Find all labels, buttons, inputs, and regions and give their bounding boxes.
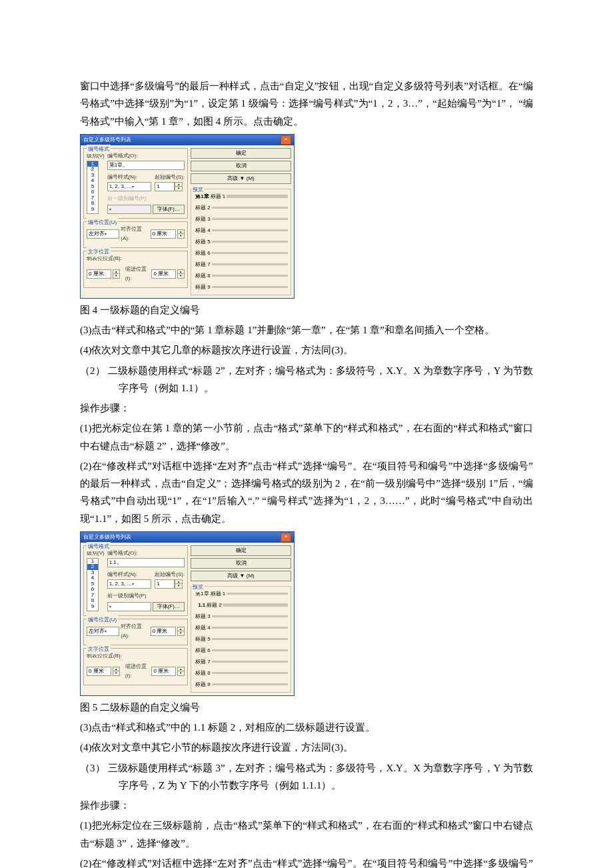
paragraph: (4)依次对文章中其它小节的标题按次序进行设置，方法同(3)。 (80, 739, 533, 756)
cancel-button[interactable]: 取消 (191, 558, 291, 569)
preview-item: 标题 3 (195, 612, 211, 621)
close-icon[interactable]: × (281, 533, 291, 542)
customize-multilevel-list-dialog-fig5: 自定义多级符号列表 × 编号格式 级别(V) 1 2 3456789 (80, 531, 295, 696)
spin-buttons[interactable]: ▴▾ (177, 229, 185, 239)
advanced-button[interactable]: 高级 ▼ (M) (191, 571, 291, 581)
prevlevel-label: 前一级别编号(P) (107, 194, 185, 203)
indent-label: 缩进位置(I): (125, 662, 151, 681)
level-listbox[interactable]: 1 2 3456789 (87, 558, 99, 611)
paragraph: (2)在“修改样式”对话框中选择“左对齐”点击“样式”选择“编号”。在“项目符号… (80, 855, 533, 868)
number-style-select[interactable]: 1, 2, 3, … (107, 579, 151, 589)
number-format-group: 编号格式 级别(V) 1 2 3456789 编号格式(O): (83, 545, 188, 616)
start-at-input[interactable]: 1 (155, 579, 175, 589)
spin-buttons[interactable]: ▴▾ (175, 579, 183, 589)
preview-item: 标题 9 (195, 680, 211, 689)
spin-buttons[interactable]: ▴▾ (113, 269, 120, 279)
item-2: （2） 二级标题使用样式“标题 2”，左对齐；编号格式为：多级符号，X.Y。X … (80, 362, 533, 397)
preview-item: 标题 1 (211, 589, 226, 599)
align-position-input[interactable]: 0 厘米 (151, 229, 176, 239)
tabstop-input[interactable]: 0 厘米 (87, 269, 111, 279)
numstyle-label: 编号样式(N): (107, 173, 154, 182)
text-position-group: 文字位置 制表位位置(B): 0 厘米 ▴▾ 缩进位置(I): 0 厘米 ▴▾ (83, 648, 188, 685)
preview-item: 标题 8 (195, 669, 211, 678)
document-page: 窗口中选择“多级编号”的最后一种样式，点击“自定义”按钮，出现“自定义多级符号列… (0, 0, 613, 868)
spin-buttons[interactable]: ▴▾ (113, 667, 120, 676)
preview-item: 标题 6 (195, 646, 211, 655)
group-label: 编号格式 (87, 145, 111, 154)
preview-item: 标题 5 (195, 635, 211, 644)
number-format-group: 编号格式 级别(V) 1 23456789 编号格式(O): 第1章。 (83, 148, 188, 219)
group-label: 文字位置 (87, 247, 111, 257)
preview-item: 标题 3 (195, 215, 211, 224)
preview-label: 预览 (191, 185, 205, 195)
item-3: （3） 三级标题使用样式“标题 3”，左对齐；编号格式为：多级符号，X.Y。X … (80, 759, 533, 795)
preview-item: 标题 2 (207, 601, 222, 610)
dialog-title: 自定义多级符号列表 (83, 532, 131, 543)
paragraph: (1)把光标定位在第 1 章的第一小节前，点击“格式”菜单下的“样式和格式”，在… (80, 419, 533, 455)
group-label: 文字位置 (87, 645, 111, 654)
steps-heading: 操作步骤： (80, 797, 533, 814)
preview-item: 标题 2 (195, 203, 211, 213)
preview-item: 标题 4 (195, 623, 211, 633)
figure-caption-5: 图 5 二级标题的自定义编号 (80, 699, 533, 716)
dialog-title: 自定义多级符号列表 (83, 135, 131, 145)
customize-multilevel-list-dialog-fig4: 自定义多级符号列表 × 编号格式 级别(V) 1 23456789 (80, 134, 295, 299)
paragraph: (1)把光标定位在三级标题前，点击“格式”菜单下的“样式和格式”，在右面的“样式… (80, 817, 533, 852)
ok-button[interactable]: 确定 (191, 148, 291, 159)
indent-input[interactable]: 0 厘米 (151, 667, 176, 676)
paragraph: (3)点击“样式和格式”中的“第 1 章标题 1”并删除“第一章”，在“第 1 … (80, 321, 533, 339)
paragraph: 窗口中选择“多级编号”的最后一种样式，点击“自定义”按钮，出现“自定义多级符号列… (80, 77, 533, 130)
preview-item: 标题 1 (211, 192, 226, 201)
advanced-button[interactable]: 高级 ▼ (M) (191, 173, 291, 184)
font-button[interactable]: 字体(F)… (153, 205, 185, 214)
preview-label: 预览 (191, 583, 205, 592)
tabstop-input[interactable]: 0 厘米 (87, 667, 111, 676)
paragraph: (3)点击“样式和格式”中的 1.1 标题 2，对相应的二级标题进行设置。 (80, 719, 533, 736)
level-listbox[interactable]: 1 23456789 (87, 161, 99, 214)
close-icon[interactable]: × (281, 135, 291, 145)
ok-button[interactable]: 确定 (191, 545, 291, 556)
preview-item: 1.1 (198, 601, 205, 610)
alignpos-label: 对齐位置(A): (121, 225, 149, 243)
preview-pane: 预览 第1章标题 1 1.1标题 2 标题 3 标题 4 标题 5 标题 6 标… (191, 586, 291, 693)
font-button[interactable]: 字体(F)… (153, 602, 185, 611)
spin-buttons[interactable]: ▴▾ (175, 182, 183, 191)
startat-label: 起始编号(S): (155, 570, 185, 579)
group-label: 编号格式 (87, 542, 111, 551)
prevlevel-select[interactable] (107, 602, 151, 611)
indent-label: 缩进位置(I): (125, 265, 151, 283)
align-position-input[interactable]: 0 厘米 (151, 627, 176, 636)
dialog-titlebar: 自定义多级符号列表 × (81, 532, 294, 543)
cancel-button[interactable]: 取消 (191, 161, 291, 171)
preview-item: 标题 5 (195, 237, 211, 247)
group-label: 编号位置(U) (87, 218, 118, 227)
preview-item: 标题 7 (195, 260, 211, 269)
prevlevel-select (107, 205, 151, 214)
preview-item: 标题 7 (195, 657, 211, 667)
number-format-input[interactable]: 1.1。 (107, 558, 185, 567)
number-style-select[interactable]: 1, 2, 3, … (107, 182, 151, 191)
preview-item: 标题 8 (195, 271, 211, 281)
number-position-group: 编号位置(U) 左对齐 对齐位置(A): 0 厘米 ▴▾ (83, 221, 188, 248)
spin-buttons[interactable]: ▴▾ (177, 667, 185, 676)
spin-buttons[interactable]: ▴▾ (177, 269, 185, 279)
spin-buttons[interactable]: ▴▾ (177, 627, 185, 636)
start-at-input[interactable]: 1 (155, 182, 175, 191)
numstyle-label: 编号样式(N): (107, 570, 154, 579)
text-position-group: 文字位置 制表位位置(B): 0 厘米 ▴▾ 缩进位置(I): 0 厘米 ▴▾ (83, 251, 188, 288)
prevlevel-label: 前一级别编号(P) (107, 591, 185, 601)
alignpos-label: 对齐位置(A): (121, 622, 149, 641)
alignment-select[interactable]: 左对齐 (87, 627, 119, 636)
startat-label: 起始编号(S): (155, 173, 185, 182)
paragraph: (2)在“修改样式”对话框中选择“左对齐”点击“样式”选择“编号”。在“项目符号… (80, 457, 533, 527)
preview-item: 标题 6 (195, 249, 211, 258)
group-label: 编号位置(U) (87, 615, 118, 625)
alignment-select[interactable]: 左对齐 (87, 229, 119, 239)
numfmt-label: 编号格式(O): (107, 549, 185, 558)
indent-input[interactable]: 0 厘米 (151, 269, 176, 279)
number-format-input[interactable]: 第1章。 (107, 161, 185, 170)
preview-pane: 预览 第1章标题 1 标题 2 标题 3 标题 4 标题 5 标题 6 标题 7… (191, 189, 291, 295)
preview-item: 标题 4 (195, 226, 211, 235)
number-position-group: 编号位置(U) 左对齐 对齐位置(A): 0 厘米 ▴▾ (83, 619, 188, 645)
figure-caption-4: 图 4 一级标题的自定义编号 (80, 301, 533, 319)
